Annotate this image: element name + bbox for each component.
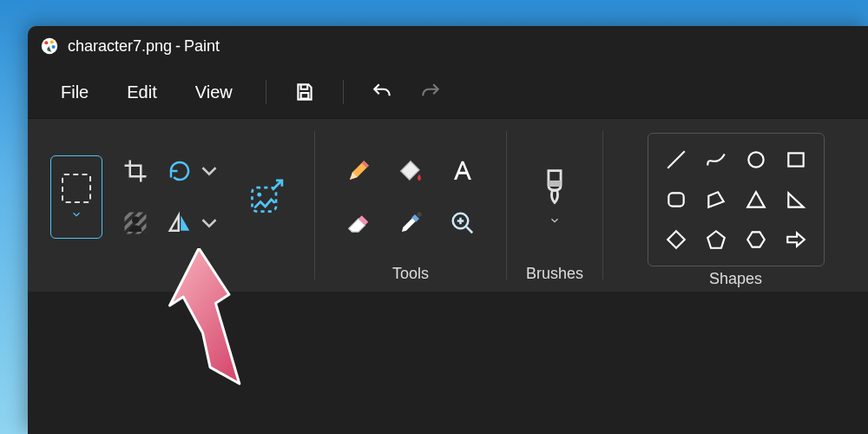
- rotate-button[interactable]: [163, 147, 226, 195]
- undo-button[interactable]: [361, 73, 403, 111]
- shape-hexagon[interactable]: [737, 220, 775, 259]
- shape-triangle[interactable]: [737, 181, 775, 219]
- shape-polygon[interactable]: [697, 181, 735, 219]
- svg-point-11: [417, 212, 422, 217]
- paint-app-icon: [40, 36, 59, 56]
- group-brushes: Brushes: [507, 119, 602, 292]
- svg-rect-16: [668, 193, 683, 206]
- fill-tool[interactable]: [386, 147, 435, 195]
- titlebar: character7.png - Paint: [28, 26, 868, 66]
- eraser-tool[interactable]: [334, 199, 383, 247]
- group-tools-label: Tools: [392, 265, 429, 283]
- select-tool[interactable]: [50, 155, 102, 239]
- shape-oval[interactable]: [737, 141, 775, 179]
- group-shapes-label: Shapes: [709, 270, 762, 288]
- group-image: .: [28, 119, 314, 292]
- save-button[interactable]: [284, 73, 326, 111]
- chevron-down-icon: [70, 208, 82, 220]
- group-brushes-label: Brushes: [526, 265, 583, 283]
- group-tools: Tools: [315, 119, 506, 292]
- shapes-gallery: [648, 133, 825, 266]
- shape-line[interactable]: [657, 141, 695, 179]
- brushes-button[interactable]: [529, 155, 581, 239]
- menubar: File Edit View: [28, 66, 868, 118]
- remove-background-button[interactable]: [111, 199, 160, 247]
- title-separator: -: [175, 37, 181, 56]
- text-tool[interactable]: [438, 147, 487, 195]
- chevron-down-icon: [196, 210, 222, 236]
- shape-right-triangle[interactable]: [777, 181, 815, 219]
- shape-curve[interactable]: [697, 141, 735, 179]
- svg-point-10: [257, 193, 261, 197]
- shape-right-arrow[interactable]: [777, 220, 815, 259]
- ribbon: .: [28, 118, 868, 292]
- svg-rect-15: [788, 153, 803, 166]
- svg-point-14: [748, 152, 763, 167]
- menu-view[interactable]: View: [180, 76, 248, 109]
- menu-edit[interactable]: Edit: [111, 76, 172, 109]
- crop-button[interactable]: [111, 147, 160, 195]
- svg-point-3: [52, 45, 56, 49]
- flip-button[interactable]: [163, 199, 226, 247]
- shape-pentagon[interactable]: [697, 220, 735, 259]
- title-filename: character7.png: [68, 37, 172, 56]
- resize-image-button[interactable]: [238, 168, 295, 226]
- svg-point-8: [132, 216, 139, 223]
- app-window: character7.png - Paint File Edit View: [28, 26, 868, 434]
- separator: [343, 80, 344, 104]
- shape-rectangle[interactable]: [777, 141, 815, 179]
- chevron-down-icon: [549, 214, 561, 227]
- magnifier-tool[interactable]: [438, 199, 487, 247]
- svg-rect-13: [549, 181, 561, 187]
- title-appname: Paint: [184, 37, 220, 56]
- separator: [266, 80, 266, 104]
- group-shapes: Shapes: [603, 119, 868, 292]
- redo-button[interactable]: [410, 73, 451, 111]
- shape-rounded-rectangle[interactable]: [657, 181, 695, 219]
- chevron-down-icon: [196, 158, 222, 184]
- svg-rect-5: [300, 93, 308, 99]
- shape-diamond[interactable]: [657, 220, 695, 259]
- svg-point-2: [50, 40, 54, 43]
- select-marquee-icon: [62, 174, 91, 203]
- pencil-tool[interactable]: [334, 147, 383, 195]
- svg-point-1: [44, 41, 48, 44]
- menu-file[interactable]: File: [45, 76, 104, 109]
- color-picker-tool[interactable]: [386, 199, 435, 247]
